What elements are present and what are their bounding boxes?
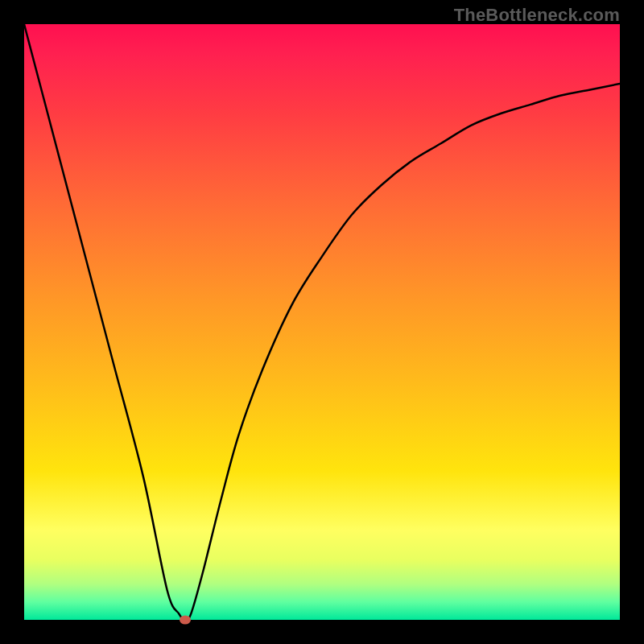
chart-frame: TheBottleneck.com: [0, 0, 644, 644]
bottleneck-curve: [24, 24, 620, 620]
attribution-text: TheBottleneck.com: [454, 5, 620, 26]
optimal-point-marker: [180, 616, 191, 625]
plot-area: [24, 24, 620, 620]
